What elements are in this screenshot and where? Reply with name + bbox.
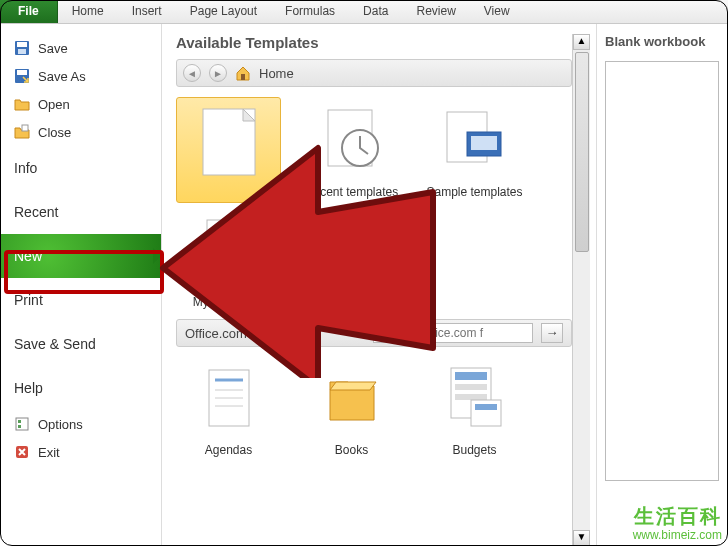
open-icon — [14, 96, 30, 112]
ribbon-tab-review[interactable]: Review — [402, 0, 469, 23]
svg-rect-7 — [18, 420, 21, 423]
svg-rect-8 — [18, 425, 21, 428]
tile-label: My templates — [193, 295, 264, 309]
office-templates-header: Office.com Templates → — [176, 319, 572, 347]
sidebar-label: New — [14, 248, 42, 264]
sidebar-label: Info — [14, 160, 37, 176]
sidebar-item-options[interactable]: Options — [0, 410, 161, 438]
svg-rect-6 — [16, 418, 28, 430]
options-icon — [14, 416, 30, 432]
tile-label: Agendas — [205, 443, 252, 457]
preview-panel: Blank workbook — [596, 24, 728, 546]
sidebar-label: Exit — [38, 445, 60, 460]
ribbon-tab-home[interactable]: Home — [58, 0, 118, 23]
subsection-label: Office.com Templates — [185, 326, 365, 341]
svg-rect-2 — [18, 49, 26, 54]
watermark-line1: 生活百科 — [633, 504, 722, 528]
svg-rect-30 — [455, 394, 487, 400]
nav-forward-button[interactable]: ► — [209, 64, 227, 82]
budgets-tile[interactable]: Budgets — [422, 355, 527, 461]
ribbon-tab-file[interactable]: File — [0, 0, 58, 23]
svg-rect-5 — [22, 125, 28, 131]
home-icon — [235, 65, 251, 81]
sidebar-label: Recent — [14, 204, 58, 220]
sidebar-label: Save & Send — [14, 336, 96, 352]
sidebar-item-help[interactable]: Help — [0, 366, 161, 410]
scroll-down-button[interactable]: ▼ — [573, 530, 590, 546]
scroll-up-button[interactable]: ▲ — [573, 34, 590, 50]
sidebar-item-save-as[interactable]: Save As — [0, 62, 161, 90]
svg-rect-16 — [471, 136, 497, 150]
recent-templates-tile[interactable]: Recent templates — [299, 97, 404, 203]
template-tiles: Recent templates Sample templates My tem… — [176, 97, 572, 313]
tile-label: Books — [335, 443, 368, 457]
sidebar-label: Options — [38, 417, 83, 432]
tile-label: New from existing — [304, 295, 399, 309]
sidebar-label: Print — [14, 292, 43, 308]
sidebar-item-exit[interactable]: Exit — [0, 438, 161, 466]
save-as-icon — [14, 68, 30, 84]
ribbon: File Home Insert Page Layout Formulas Da… — [0, 0, 728, 24]
preview-thumbnail — [605, 61, 719, 481]
sidebar-item-info[interactable]: Info — [0, 146, 161, 190]
watermark: 生活百科 www.bimeiz.com — [633, 504, 722, 542]
search-go-button[interactable]: → — [541, 323, 563, 343]
save-icon — [14, 40, 30, 56]
sidebar-item-open[interactable]: Open — [0, 90, 161, 118]
ribbon-tab-data[interactable]: Data — [349, 0, 402, 23]
breadcrumb-label: Home — [259, 66, 294, 81]
tile-label: Sample templates — [426, 185, 522, 199]
sidebar-item-save[interactable]: Save — [0, 34, 161, 62]
search-input[interactable] — [373, 323, 533, 343]
close-file-icon — [14, 124, 30, 140]
sidebar-item-close[interactable]: Close — [0, 118, 161, 146]
sidebar-label: Save As — [38, 69, 86, 84]
tile-label: Recent templates — [305, 185, 398, 199]
svg-rect-10 — [241, 74, 245, 80]
sample-templates-tile[interactable]: Sample templates — [422, 97, 527, 203]
sidebar-label: Close — [38, 125, 71, 140]
sidebar-item-new[interactable]: New — [0, 234, 161, 278]
ribbon-tab-view[interactable]: View — [470, 0, 524, 23]
backstage: Save Save As Open Close Info Recent New … — [0, 24, 728, 546]
scrollbar: ▲ ▼ — [572, 34, 590, 546]
preview-title: Blank workbook — [605, 34, 720, 49]
new-from-existing-tile[interactable]: New from existing — [299, 207, 404, 313]
sidebar-label: Open — [38, 97, 70, 112]
books-tile[interactable]: Books — [299, 355, 404, 461]
ribbon-tab-page-layout[interactable]: Page Layout — [176, 0, 271, 23]
my-templates-tile[interactable]: My templates — [176, 207, 281, 313]
ribbon-tab-formulas[interactable]: Formulas — [271, 0, 349, 23]
sidebar-label: Save — [38, 41, 68, 56]
svg-rect-31 — [471, 400, 501, 426]
svg-rect-29 — [455, 384, 487, 390]
watermark-line2: www.bimeiz.com — [633, 528, 722, 542]
scroll-thumb[interactable] — [575, 52, 589, 252]
sidebar-item-print[interactable]: Print — [0, 278, 161, 322]
sidebar-item-save-send[interactable]: Save & Send — [0, 322, 161, 366]
svg-point-19 — [226, 245, 240, 259]
svg-rect-1 — [17, 42, 27, 47]
svg-rect-4 — [17, 70, 27, 75]
blank-workbook-tile[interactable] — [176, 97, 281, 203]
nav-back-button[interactable]: ◄ — [183, 64, 201, 82]
sidebar-label: Help — [14, 380, 43, 396]
section-title: Available Templates — [176, 34, 572, 51]
backstage-sidebar: Save Save As Open Close Info Recent New … — [0, 24, 162, 546]
tile-label: Budgets — [452, 443, 496, 457]
agendas-tile[interactable]: Agendas — [176, 355, 281, 461]
templates-panel: Available Templates ◄ ► Home Recent temp… — [162, 24, 596, 546]
office-template-tiles: Agendas Books Budgets — [176, 355, 572, 461]
sidebar-item-recent[interactable]: Recent — [0, 190, 161, 234]
svg-rect-21 — [340, 234, 378, 282]
svg-rect-28 — [455, 372, 487, 380]
breadcrumb: ◄ ► Home — [176, 59, 572, 87]
exit-icon — [14, 444, 30, 460]
ribbon-tab-insert[interactable]: Insert — [118, 0, 176, 23]
svg-rect-32 — [475, 404, 497, 410]
